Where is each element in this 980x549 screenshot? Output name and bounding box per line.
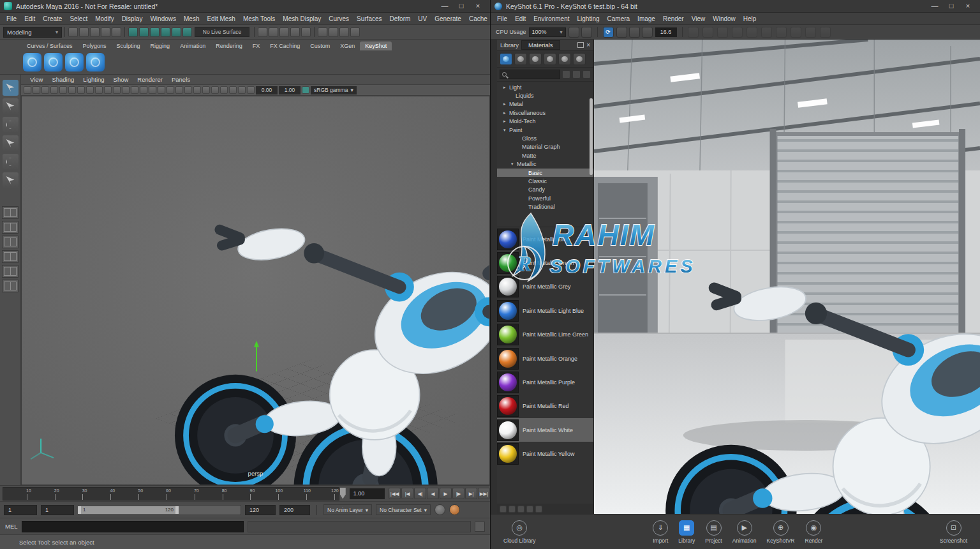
- select-camera-icon[interactable]: [24, 86, 31, 94]
- auto-keyframe-icon[interactable]: [449, 504, 460, 515]
- keyshot-menu-item[interactable]: Camera: [604, 14, 634, 24]
- material-item[interactable]: Paint Metallic Lime Green: [497, 322, 593, 346]
- materials-tab-icon[interactable]: [500, 53, 512, 65]
- material-item[interactable]: Paint Metallic Purple: [497, 370, 593, 394]
- exposure-field[interactable]: 0.00: [256, 86, 278, 94]
- library-tree-item[interactable]: Material Graph: [497, 143, 593, 151]
- maya-menu-item[interactable]: Surfaces: [353, 14, 385, 24]
- snap-grid-icon[interactable]: [128, 27, 138, 37]
- library-tree-item[interactable]: Gloss: [497, 134, 593, 142]
- keyshot-titlebar[interactable]: KeyShot 6.1 Pro - KeyShot 6 test.bip - 6…: [491, 0, 980, 13]
- modeling-toolkit-icon[interactable]: [329, 27, 338, 37]
- library-options-icon[interactable]: [583, 70, 591, 79]
- new-scene-icon[interactable]: [68, 27, 78, 37]
- library-tree-item[interactable]: Basic: [497, 169, 593, 177]
- playback-button[interactable]: |◀: [401, 488, 413, 499]
- panel-menu-item[interactable]: Panels: [168, 76, 194, 83]
- shelf-tab[interactable]: Sculpting: [112, 41, 145, 50]
- make-live-icon[interactable]: [182, 27, 192, 37]
- shelf-tab[interactable]: Rigging: [145, 41, 175, 50]
- new-folder-icon[interactable]: [509, 506, 516, 513]
- move-tool[interactable]: [3, 135, 19, 151]
- undock-panel-icon[interactable]: [577, 42, 584, 48]
- close-button[interactable]: ×: [960, 1, 976, 12]
- maya-menu-item[interactable]: Deform: [386, 14, 415, 24]
- maya-menu-item[interactable]: UV: [414, 14, 431, 24]
- motion-blur-icon[interactable]: [202, 86, 210, 94]
- playback-button[interactable]: ▶▶|: [478, 488, 490, 499]
- maya-menu-item[interactable]: Modify: [91, 14, 117, 24]
- library-tree-item[interactable]: Powerful: [497, 194, 593, 202]
- keyshot-menu-item[interactable]: Render: [659, 14, 688, 24]
- snap-view-plane-icon[interactable]: [172, 27, 181, 37]
- shadows-icon[interactable]: [184, 86, 192, 94]
- scale-tool[interactable]: [3, 172, 19, 188]
- material-item[interactable]: Paint Metallic Grey: [497, 275, 593, 299]
- shelf-tab[interactable]: FX: [248, 41, 265, 50]
- material-item[interactable]: Paint Metallic Red: [497, 395, 593, 418]
- material-item[interactable]: Paint Metallic Yellow: [497, 442, 593, 465]
- export-asset-icon[interactable]: [526, 506, 533, 513]
- pause-realtime-icon[interactable]: [568, 27, 579, 38]
- panel-menu-item[interactable]: Shading: [48, 76, 78, 83]
- material-item[interactable]: Paint Metallic Green: [497, 251, 593, 274]
- library-tree-item[interactable]: ▸ Mold-Tech: [497, 117, 593, 126]
- script-editor-icon[interactable]: [475, 522, 485, 532]
- screenshot-icon[interactable]: [791, 27, 801, 38]
- geometry-view-icon[interactable]: [746, 27, 757, 38]
- xray-icon[interactable]: [238, 86, 246, 94]
- shelf-tab[interactable]: Polygons: [78, 41, 112, 50]
- safe-action-icon[interactable]: [131, 86, 138, 94]
- depth-of-field-icon[interactable]: [220, 86, 228, 94]
- minimize-button[interactable]: —: [926, 1, 943, 12]
- gate-mask-icon[interactable]: [113, 86, 121, 94]
- shelf-tab[interactable]: Animation: [175, 41, 211, 50]
- material-item[interactable]: Paint Metallic Orange: [497, 347, 593, 370]
- region-render-icon[interactable]: [761, 27, 772, 38]
- maya-viewport[interactable]: persp: [21, 96, 490, 485]
- lasso-tool[interactable]: [3, 98, 19, 114]
- playback-button[interactable]: |◀◀: [389, 488, 401, 499]
- anim-layer-selector[interactable]: No Anim Layer ▾: [323, 504, 372, 515]
- open-scene-icon[interactable]: [79, 27, 89, 37]
- maya-menu-item[interactable]: Select: [66, 14, 91, 24]
- playback-button[interactable]: ◀: [427, 488, 439, 499]
- search-input[interactable]: [500, 70, 560, 79]
- shelf-tab[interactable]: FX Caching: [265, 41, 305, 50]
- maya-menu-item[interactable]: File: [3, 14, 20, 24]
- keyshot-export-icon[interactable]: [23, 53, 41, 71]
- shelf-tab[interactable]: XGen: [335, 41, 360, 50]
- minimize-button[interactable]: —: [436, 1, 453, 12]
- textures-tab-icon[interactable]: [558, 53, 571, 65]
- joints-xray-icon[interactable]: [247, 86, 255, 94]
- playback-button[interactable]: ▶: [440, 488, 452, 499]
- list-view-icon[interactable]: [562, 70, 570, 79]
- maximize-button[interactable]: □: [943, 1, 960, 12]
- library-tree-item[interactable]: ▸ Metal: [497, 100, 593, 109]
- snap-curve-icon[interactable]: [139, 27, 149, 37]
- import-asset-icon[interactable]: [517, 506, 524, 513]
- render-setup-icon[interactable]: [301, 27, 311, 37]
- library-tree-item[interactable]: Liquids: [497, 91, 593, 100]
- current-time-field[interactable]: 1.00: [350, 488, 385, 499]
- library-tree-item[interactable]: ▸ Light: [497, 83, 593, 91]
- save-scene-icon[interactable]: [90, 27, 100, 37]
- panel-menu-item[interactable]: Lighting: [79, 76, 108, 83]
- two-d-pan-zoom-icon[interactable]: [68, 86, 76, 94]
- menu-set-selector[interactable]: Modeling ▾: [3, 27, 62, 38]
- snap-projected-center-icon[interactable]: [161, 27, 170, 37]
- denoise-icon[interactable]: [776, 27, 787, 38]
- textured-icon[interactable]: [167, 86, 174, 94]
- playback-button[interactable]: ◀|: [414, 488, 426, 499]
- maya-menu-item[interactable]: Edit: [20, 14, 39, 24]
- pan-camera-icon[interactable]: [616, 27, 627, 38]
- maya-menu-item[interactable]: Mesh Display: [279, 14, 325, 24]
- persp-outliner-layout[interactable]: [2, 236, 19, 248]
- playback-end-field[interactable]: 120: [245, 505, 276, 515]
- thumbnail-view-icon[interactable]: [572, 70, 581, 79]
- maya-menu-item[interactable]: Display: [118, 14, 147, 24]
- presentation-mode-icon[interactable]: [805, 27, 816, 38]
- performance-mode-icon[interactable]: [581, 27, 592, 38]
- bookmark-icon[interactable]: [50, 86, 58, 94]
- material-item[interactable]: Paint Metallic Light Blue: [497, 299, 593, 322]
